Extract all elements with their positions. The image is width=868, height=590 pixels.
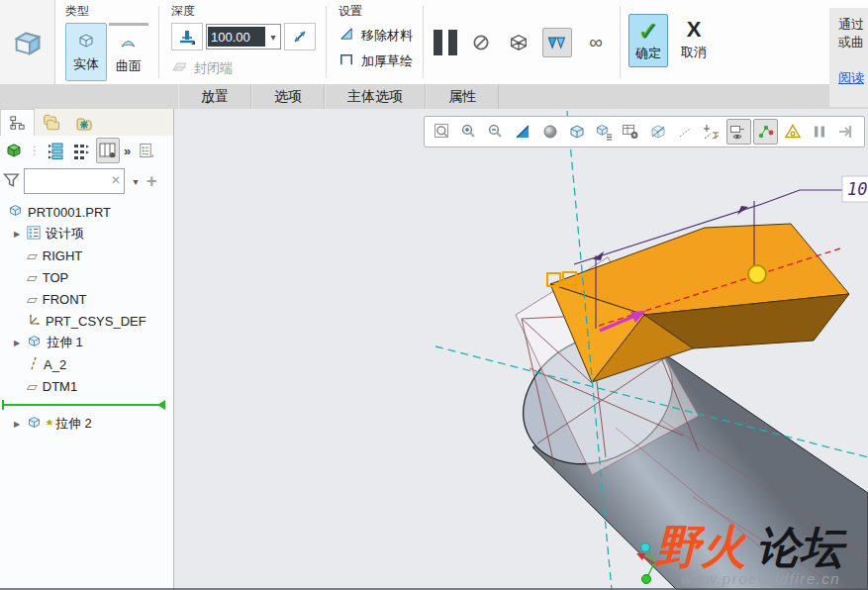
- saved-views-icon[interactable]: [592, 119, 617, 145]
- plane-display-icon[interactable]: [672, 119, 697, 145]
- section-icon[interactable]: [645, 119, 670, 145]
- remove-material-label: 移除材料: [361, 27, 413, 45]
- depth-drag-handle[interactable]: [748, 265, 766, 283]
- add-filter-icon[interactable]: +: [146, 171, 157, 192]
- tree-item[interactable]: ▶ 拉伸 1: [0, 332, 173, 353]
- tab-body-options[interactable]: 主体选项: [325, 84, 426, 109]
- tree-root-label: PRT0001.PRT: [28, 205, 111, 220]
- wireframe-preview-icon[interactable]: [505, 29, 532, 56]
- spin-center-icon[interactable]: [753, 119, 778, 145]
- tree-item-label: DTM1: [43, 379, 77, 394]
- clear-filter-icon[interactable]: ✕: [111, 173, 121, 187]
- insert-here-indicator[interactable]: [0, 399, 173, 411]
- column-display-icon[interactable]: [96, 138, 120, 163]
- separator: [158, 6, 159, 78]
- tab-options[interactable]: 选项: [251, 84, 325, 109]
- tab-favorites[interactable]: [67, 109, 100, 136]
- closed-ends-toggle[interactable]: 封闭端: [171, 58, 316, 77]
- zoom-out-icon[interactable]: [484, 119, 509, 145]
- tree-item-label: TOP: [43, 270, 69, 285]
- no-preview-icon[interactable]: [467, 29, 495, 56]
- cancel-button[interactable]: X 取消: [674, 14, 714, 65]
- model-tree: PRT0001.PRT ▶ 设计项 ▱ RIGHT ▱ TOP ▱ FRONT: [0, 197, 173, 435]
- tree-item[interactable]: ▱ DTM1: [0, 375, 173, 397]
- zoom-in-icon[interactable]: [456, 119, 481, 145]
- show-model-icon[interactable]: [3, 139, 25, 162]
- tree-item-pending[interactable]: ▶ * 拉伸 2: [0, 413, 173, 435]
- pause-feature-button[interactable]: [434, 30, 457, 55]
- glasses-icon[interactable]: ∞: [582, 29, 610, 56]
- annotation-display-icon[interactable]: [726, 119, 751, 145]
- depth-value-input[interactable]: [208, 27, 265, 47]
- cancel-label: 取消: [681, 44, 707, 61]
- tab-properties[interactable]: 属性: [426, 84, 499, 109]
- flip-direction-button[interactable]: [284, 23, 316, 50]
- help-line2: 或曲: [838, 34, 868, 51]
- expand-arrow-icon[interactable]: ▶: [12, 230, 22, 239]
- preview-controls: ∞: [426, 0, 618, 84]
- shading-icon[interactable]: [537, 119, 562, 145]
- repaint-icon[interactable]: [511, 119, 535, 145]
- tree-item[interactable]: ▱ FRONT: [0, 288, 173, 310]
- tree-item-label: PRT_CSYS_DEF: [46, 314, 146, 329]
- tree-item[interactable]: ▶ 设计项: [0, 223, 173, 245]
- tree-settings-icon[interactable]: [135, 139, 156, 162]
- tree-filter-input[interactable]: [28, 170, 111, 192]
- tab-layer-tree[interactable]: [35, 109, 67, 136]
- csys-icon: [27, 313, 41, 330]
- extrude-feature-icon: [0, 0, 55, 84]
- refit-icon[interactable]: [430, 119, 454, 145]
- thicken-sketch-toggle[interactable]: 加厚草绘: [338, 49, 413, 74]
- group-settings: 设置 移除材料 加厚草绘: [329, 0, 421, 84]
- tree-item[interactable]: ▱ RIGHT: [0, 245, 173, 266]
- resume-icon[interactable]: [834, 119, 859, 145]
- pause-icon[interactable]: [808, 119, 832, 145]
- expand-arrow-icon[interactable]: ▶: [12, 420, 22, 429]
- dragger-icon[interactable]: [780, 119, 805, 145]
- closed-ends-icon: [171, 58, 189, 77]
- more-tools-icon[interactable]: »: [124, 144, 131, 158]
- tree-filters-icon[interactable]: [45, 139, 66, 162]
- surface-button[interactable]: 曲面: [109, 23, 148, 82]
- datum-display-icon[interactable]: [700, 119, 724, 145]
- design-items-icon: [27, 226, 41, 243]
- filter-dropdown-icon[interactable]: ▾: [129, 176, 143, 187]
- tree-item[interactable]: A_2: [0, 353, 173, 375]
- tab-model-tree[interactable]: [0, 109, 35, 136]
- model-tree-panel: ⋮ » ✕ ▾ +: [0, 109, 174, 590]
- tree-item-label: FRONT: [43, 292, 87, 307]
- svg-text:野火: 野火: [655, 521, 747, 572]
- tree-item-label: 拉伸 2: [55, 415, 92, 433]
- verify-preview-icon[interactable]: [542, 28, 572, 57]
- extrude-preview-solid[interactable]: [550, 224, 849, 382]
- view-capture-icon[interactable]: [619, 119, 643, 145]
- pending-marker-icon: *: [47, 416, 52, 433]
- check-icon: ✓: [637, 19, 659, 43]
- help-line1: 通过: [838, 16, 868, 34]
- tree-columns-icon[interactable]: [70, 139, 92, 162]
- solid-button[interactable]: 实体: [65, 23, 107, 81]
- closed-ends-label: 封闭端: [194, 59, 233, 77]
- separator: [326, 6, 327, 78]
- graphics-area[interactable]: 100. 野火: [174, 109, 868, 590]
- remove-material-toggle[interactable]: 移除材料: [338, 23, 413, 49]
- tree-item[interactable]: PRT_CSYS_DEF: [0, 310, 173, 332]
- dimension-value[interactable]: 100.: [847, 179, 868, 199]
- surface-icon: [120, 34, 138, 54]
- ok-button[interactable]: ✓ 确定: [628, 14, 668, 67]
- axis-icon: [29, 356, 39, 373]
- toolbar-separator: ⋮: [29, 144, 41, 157]
- separator: [620, 6, 621, 78]
- display-style-icon[interactable]: [564, 119, 589, 145]
- depth-type-button[interactable]: [171, 23, 203, 50]
- navigator-tabs: [0, 109, 173, 136]
- remove-material-icon: [338, 26, 355, 46]
- depth-dropdown-icon[interactable]: ▾: [266, 32, 280, 43]
- filter-funnel-icon[interactable]: [3, 172, 20, 191]
- tabbar-spacer: [0, 84, 178, 109]
- tree-root[interactable]: PRT0001.PRT: [0, 201, 173, 223]
- read-more-link[interactable]: 阅读: [838, 69, 864, 87]
- tab-placement[interactable]: 放置: [178, 84, 251, 109]
- expand-arrow-icon[interactable]: ▶: [12, 339, 22, 347]
- tree-item[interactable]: ▱ TOP: [0, 266, 173, 288]
